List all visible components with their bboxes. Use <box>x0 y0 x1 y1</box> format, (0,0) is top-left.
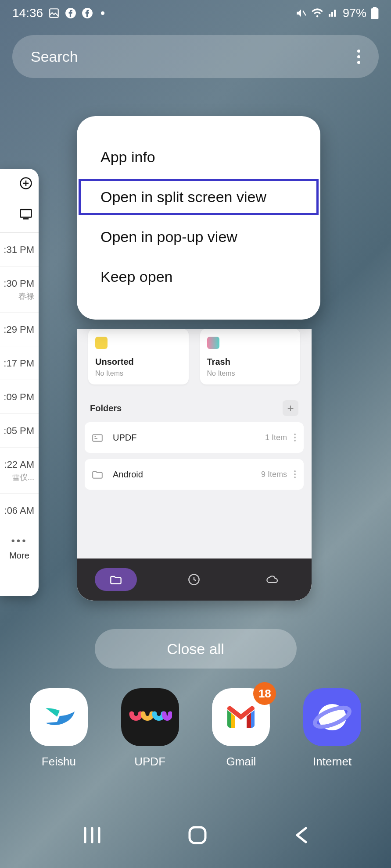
side-app-card[interactable]: :31 PM :30 PM春禄 :29 PM :17 PM :09 PM :05… <box>0 169 39 596</box>
status-bar: 14:36 97% <box>0 0 391 26</box>
add-folder-button[interactable]: + <box>283 400 298 416</box>
nav-files-tab[interactable] <box>95 568 137 591</box>
folder-name: UPDF <box>113 433 136 443</box>
category-sub: No Items <box>207 370 294 377</box>
dock-item-internet[interactable]: Internet <box>296 688 369 768</box>
list-item[interactable]: :09 PM <box>0 380 39 414</box>
wifi-icon <box>311 8 323 18</box>
folder-row[interactable]: Android 9 Items <box>85 459 304 490</box>
home-button[interactable] <box>188 825 207 845</box>
more-dots-icon: ••• <box>0 527 39 547</box>
category-title: Unsorted <box>95 357 182 367</box>
battery-icon <box>371 7 379 19</box>
category-unsorted[interactable]: Unsorted No Items <box>88 329 189 384</box>
system-nav-bar <box>0 820 391 850</box>
context-menu: App info Open in split screen view Open … <box>77 116 320 320</box>
gallery-icon <box>48 7 60 19</box>
svg-rect-7 <box>21 210 32 217</box>
svg-rect-15 <box>190 827 205 843</box>
dock-item-feishu[interactable]: Feishu <box>22 688 95 768</box>
mute-icon <box>295 7 307 19</box>
menu-popup-view[interactable]: Open in pop-up view <box>77 217 320 257</box>
list-item[interactable]: :06 AM <box>0 494 39 527</box>
folder-row[interactable]: UPDF 1 Item <box>85 422 304 453</box>
search-more-icon[interactable] <box>357 50 360 64</box>
menu-app-info[interactable]: App info <box>77 137 320 177</box>
recents-button[interactable] <box>83 826 102 844</box>
dock-item-gmail[interactable]: 18 Gmail <box>205 688 277 768</box>
dock-label: UPDF <box>134 755 165 768</box>
dock-label: Internet <box>313 755 352 768</box>
folders-header: Folders + <box>77 384 312 422</box>
folder-more-icon[interactable] <box>291 434 299 441</box>
svg-rect-5 <box>373 7 377 9</box>
signal-icon <box>328 8 338 18</box>
internet-icon <box>303 688 361 746</box>
side-top-icons <box>0 177 39 223</box>
svg-rect-8 <box>93 435 102 441</box>
status-right: 97% <box>295 7 379 20</box>
monitor-icon[interactable] <box>19 208 32 223</box>
folder-icon <box>92 470 103 479</box>
facebook-icon <box>65 7 76 19</box>
folder-more-icon[interactable] <box>291 470 299 478</box>
svg-line-3 <box>303 11 306 16</box>
more-label[interactable]: More <box>0 547 39 561</box>
status-time: 14:36 <box>12 6 43 20</box>
category-trash[interactable]: Trash No Items <box>200 329 301 384</box>
svg-rect-4 <box>371 8 379 19</box>
gmail-icon: 18 <box>212 688 270 746</box>
close-all-label: Close all <box>167 640 224 658</box>
dock-item-updf[interactable]: UPDF <box>114 688 186 768</box>
nav-cloud-tab[interactable] <box>251 568 294 591</box>
app-preview-card[interactable]: Unsorted No Items Trash No Items Folders… <box>77 329 312 601</box>
search-bar[interactable]: Search <box>12 35 379 78</box>
facebook-icon2 <box>82 7 93 19</box>
list-item[interactable]: :05 PM <box>0 414 39 448</box>
folder-list: UPDF 1 Item Android 9 Items <box>77 422 312 490</box>
battery-percent: 97% <box>343 7 366 20</box>
dock-label: Feishu <box>42 755 76 768</box>
nav-recent-tab[interactable] <box>173 568 215 591</box>
gmail-badge: 18 <box>253 682 276 705</box>
list-item[interactable]: :29 PM <box>0 313 39 346</box>
feishu-icon <box>30 688 88 746</box>
menu-keep-open[interactable]: Keep open <box>77 257 320 297</box>
dot-icon <box>101 11 104 15</box>
folder-name: Android <box>113 470 143 480</box>
dock-label: Gmail <box>226 755 256 768</box>
list-item[interactable]: :22 AM雪仪... <box>0 448 39 494</box>
updf-icon <box>121 688 179 746</box>
menu-split-screen[interactable]: Open in split screen view <box>77 177 320 217</box>
category-row: Unsorted No Items Trash No Items <box>77 329 312 384</box>
search-placeholder: Search <box>31 48 78 65</box>
app-bottom-nav <box>77 559 312 601</box>
close-all-button[interactable]: Close all <box>95 629 297 669</box>
unsorted-icon <box>95 337 108 349</box>
dock: Feishu UPDF 18 Gmail Internet <box>0 688 391 768</box>
folder-count: 9 Items <box>261 470 287 479</box>
trash-icon <box>207 337 219 349</box>
category-sub: No Items <box>95 370 182 377</box>
list-item[interactable]: :30 PM春禄 <box>0 267 39 313</box>
back-button[interactable] <box>294 825 308 845</box>
category-title: Trash <box>207 357 294 367</box>
folder-count: 1 Item <box>265 433 287 442</box>
list-item[interactable]: :17 PM <box>0 346 39 380</box>
folders-label: Folders <box>90 403 122 413</box>
plus-circle-icon[interactable] <box>19 177 32 193</box>
status-left: 14:36 <box>12 6 104 20</box>
list-item[interactable]: :31 PM <box>0 233 39 267</box>
folder-icon <box>92 433 103 442</box>
